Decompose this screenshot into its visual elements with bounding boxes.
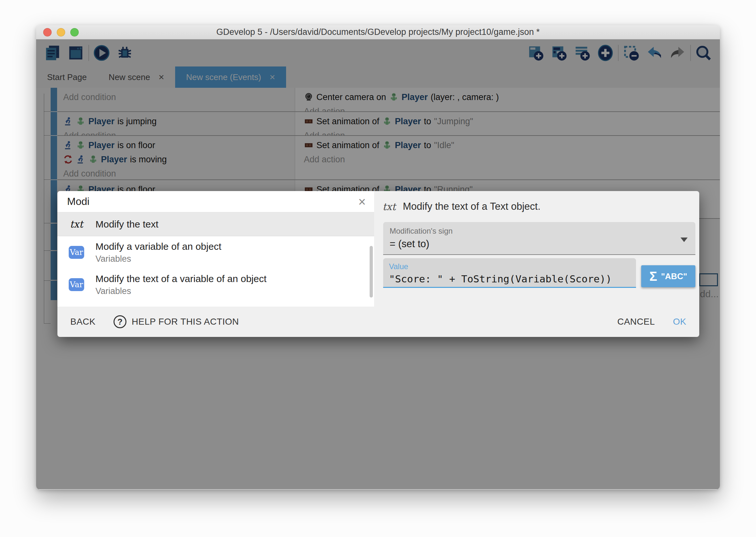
modification-sign-select[interactable]: Modification's sign = (set to): [383, 222, 695, 255]
back-button[interactable]: BACK: [70, 316, 95, 327]
action-parameters-panel: txt Modify the text of a Text object. Mo…: [374, 191, 699, 307]
action-item-title: Modify the text: [95, 219, 374, 230]
variable-action-icon: Var: [69, 278, 84, 291]
selected-sign: = (set to): [390, 238, 689, 250]
field-label: Value: [389, 262, 630, 271]
field-label: Modification's sign: [390, 227, 689, 235]
value-expression-input[interactable]: [389, 273, 630, 285]
clear-search-icon[interactable]: ×: [358, 195, 366, 208]
action-list-item-modify-text[interactable]: txt Modify the text: [57, 212, 374, 236]
close-window-button[interactable]: [43, 28, 52, 36]
variable-action-icon: Var: [69, 246, 84, 259]
titlebar: GDevelop 5 - /Users/david/Documents/GDev…: [36, 25, 720, 39]
chevron-down-icon: [681, 237, 688, 242]
search-row: ×: [57, 191, 374, 212]
action-search-input[interactable]: [67, 195, 358, 208]
sigma-icon: Σ: [650, 270, 657, 283]
action-editor-dialog: × txt Modify the text Var Modify a va: [57, 191, 699, 337]
text-action-icon: txt: [383, 201, 396, 212]
open-expression-editor-button[interactable]: Σ "ABC": [641, 265, 695, 287]
dialog-action-bar: BACK ? HELP FOR THIS ACTION CANCEL OK: [57, 307, 699, 337]
help-icon: ?: [114, 315, 127, 328]
help-button[interactable]: ? HELP FOR THIS ACTION: [114, 315, 239, 328]
action-search-panel: × txt Modify the text Var Modify a va: [57, 191, 374, 307]
action-item-group: Variables: [95, 254, 374, 264]
value-text-field[interactable]: Value: [383, 258, 636, 288]
action-list-item-modify-text-variable[interactable]: Var Modify the text of a variable of an …: [57, 268, 374, 301]
zoom-window-button[interactable]: [70, 28, 79, 36]
ok-button[interactable]: OK: [673, 316, 686, 327]
action-item-title: Modify the text of a variable of an obje…: [95, 273, 374, 284]
gdevelop-window: GDevelop 5 - /Users/david/Documents/GDev…: [36, 25, 720, 490]
cancel-button[interactable]: CANCEL: [617, 316, 655, 327]
minimize-window-button[interactable]: [57, 28, 65, 36]
text-action-icon: txt: [70, 219, 83, 230]
list-scrollbar[interactable]: [370, 246, 373, 298]
action-list-item-modify-variable[interactable]: Var Modify a variable of an object Varia…: [57, 236, 374, 268]
action-title: Modify the text of a Text object.: [403, 201, 541, 212]
action-item-group: Variables: [95, 286, 374, 296]
action-item-title: Modify a variable of an object: [95, 241, 374, 252]
window-title: GDevelop 5 - /Users/david/Documents/GDev…: [36, 27, 720, 37]
